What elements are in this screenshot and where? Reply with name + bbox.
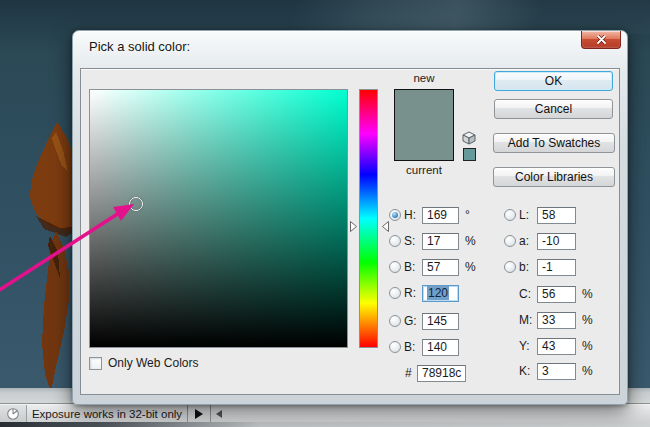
h-radio[interactable] — [389, 209, 401, 221]
b-lab-input[interactable]: -1 — [537, 259, 576, 276]
y-unit: % — [582, 339, 593, 353]
b-lab-radio[interactable] — [504, 261, 516, 273]
a-input[interactable]: -10 — [537, 233, 576, 250]
m-label: M: — [519, 313, 535, 327]
b-row: B: 57 % — [389, 258, 476, 276]
k-unit: % — [582, 364, 593, 378]
g-row: G: 145 — [389, 312, 459, 330]
new-color-swatch — [395, 90, 453, 125]
c-input[interactable]: 56 — [537, 286, 576, 303]
s-row: S: 17 % — [389, 232, 476, 250]
dialog-title: Pick a solid color: — [89, 39, 190, 54]
m-row: M: 33 % — [504, 311, 593, 329]
r-input[interactable]: 120 — [422, 285, 459, 302]
hue-slider[interactable] — [359, 89, 378, 348]
current-color-swatch — [395, 125, 453, 160]
h-row: H: 169 ° — [389, 206, 470, 224]
r-label: R: — [404, 286, 420, 300]
desktop-sheen — [140, 0, 650, 34]
s-radio[interactable] — [389, 235, 401, 247]
only-web-colors-row: Only Web Colors — [89, 356, 198, 370]
c-unit: % — [582, 287, 593, 301]
bottom-edge-strip — [0, 422, 650, 427]
hue-thumb-right-icon[interactable] — [381, 220, 390, 233]
m-input[interactable]: 33 — [537, 312, 576, 329]
only-web-colors-label: Only Web Colors — [108, 356, 198, 370]
color-picker-dialog: Pick a solid color: new — [72, 30, 628, 405]
status-icon-cell — [0, 405, 27, 423]
status-separator — [210, 405, 211, 423]
s-unit: % — [465, 234, 476, 248]
status-separator — [187, 405, 188, 423]
g-radio[interactable] — [389, 315, 401, 327]
h-input[interactable]: 169 — [422, 207, 459, 224]
r-radio[interactable] — [389, 287, 401, 299]
b-label: B: — [404, 260, 420, 274]
b-rgb-row: B: 140 — [389, 338, 459, 356]
cancel-button[interactable]: Cancel — [494, 99, 613, 119]
a-row: a: -10 — [504, 232, 576, 250]
hue-thumb-left-icon[interactable] — [349, 220, 358, 233]
b-input[interactable]: 57 — [422, 259, 459, 276]
c-row: C: 56 % — [504, 285, 593, 303]
r-row: R: 120 — [389, 284, 459, 302]
b-lab-label: b: — [519, 260, 535, 274]
b-lab-row: b: -1 — [504, 258, 576, 276]
hex-label: # — [405, 366, 415, 380]
only-web-colors-checkbox[interactable] — [89, 357, 102, 370]
web-color-warning-cube-icon[interactable] — [462, 131, 476, 145]
dialog-panel: new current H: 169 ° S: 17 — [80, 68, 620, 395]
play-arrow-icon[interactable] — [195, 409, 203, 419]
b-radio[interactable] — [389, 261, 401, 273]
l-input[interactable]: 58 — [537, 207, 576, 224]
s-label: S: — [404, 234, 420, 248]
b-rgb-radio[interactable] — [389, 341, 401, 353]
screen: Pick a solid color: new — [0, 0, 650, 427]
y-row: Y: 43 % — [504, 337, 593, 355]
b-rgb-input[interactable]: 140 — [422, 339, 459, 356]
ok-button[interactable]: OK — [494, 71, 613, 91]
saturation-brightness-field[interactable] — [89, 89, 348, 348]
clock-pie-icon — [6, 407, 20, 421]
hex-input[interactable]: 78918c — [417, 365, 466, 382]
m-unit: % — [582, 313, 593, 327]
close-icon — [597, 35, 606, 44]
l-label: L: — [519, 208, 535, 222]
hex-row: # 78918c — [405, 364, 466, 382]
b-rgb-label: B: — [404, 340, 420, 354]
g-input[interactable]: 145 — [422, 313, 459, 330]
k-row: K: 3 % — [504, 362, 593, 380]
y-label: Y: — [519, 339, 535, 353]
s-input[interactable]: 17 — [422, 233, 459, 250]
picker-marker[interactable] — [129, 197, 143, 211]
web-safe-color-swatch[interactable] — [463, 148, 476, 161]
status-bar: Exposure works in 32-bit only — [0, 404, 650, 423]
l-radio[interactable] — [504, 209, 516, 221]
color-swatch — [394, 89, 454, 161]
current-label: current — [394, 164, 454, 176]
add-to-swatches-button[interactable]: Add To Swatches — [493, 133, 615, 153]
b-unit: % — [465, 260, 476, 274]
color-libraries-button[interactable]: Color Libraries — [493, 167, 615, 187]
h-label: H: — [404, 208, 420, 222]
l-row: L: 58 — [504, 206, 576, 224]
a-radio[interactable] — [504, 235, 516, 247]
back-arrow-icon[interactable] — [216, 410, 222, 418]
c-label: C: — [519, 287, 535, 301]
g-label: G: — [404, 314, 420, 328]
k-label: K: — [519, 364, 535, 378]
h-unit: ° — [465, 208, 470, 222]
status-message: Exposure works in 32-bit only — [27, 405, 187, 423]
y-input[interactable]: 43 — [537, 338, 576, 355]
new-label: new — [394, 72, 454, 84]
close-button[interactable] — [581, 31, 621, 49]
k-input[interactable]: 3 — [537, 363, 576, 380]
a-label: a: — [519, 234, 535, 248]
